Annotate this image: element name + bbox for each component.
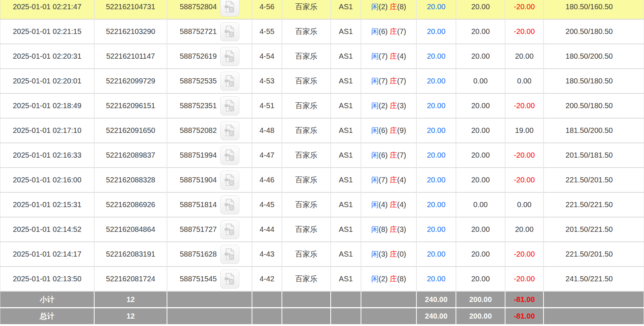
video-replay-button[interactable] bbox=[220, 245, 239, 264]
cell-balance: 180.50/200.50 bbox=[544, 44, 644, 69]
total-win-loss: -81.00 bbox=[505, 307, 544, 324]
cell-bet-amount: 20.00 bbox=[417, 168, 456, 193]
player-label: 闲 bbox=[371, 52, 379, 60]
banker-points: (7) bbox=[397, 151, 406, 159]
cell-balance: 180.50/160.50 bbox=[544, 0, 644, 20]
cell-win-loss: -20.00 bbox=[505, 242, 544, 267]
cell-round-id: 588751628 bbox=[167, 242, 252, 267]
cell-round-id: 588751904 bbox=[167, 168, 252, 193]
cell-win-loss: -20.00 bbox=[505, 143, 544, 168]
banker-label: 庄 bbox=[390, 151, 397, 159]
round-id-text: 588752082 bbox=[180, 126, 217, 135]
total-bet-amount: 240.00 bbox=[417, 307, 456, 324]
cell-empty bbox=[282, 292, 331, 307]
subtotal-win-loss: -81.00 bbox=[505, 292, 544, 307]
total-valid-amount: 200.00 bbox=[456, 307, 505, 324]
player-label: 闲 bbox=[371, 275, 379, 283]
cell-bet-id: 522162086926 bbox=[95, 193, 167, 217]
video-replay-button[interactable] bbox=[220, 146, 239, 165]
video-replay-button[interactable] bbox=[220, 47, 239, 66]
cell-round: 4-43 bbox=[252, 242, 282, 267]
video-replay-button[interactable] bbox=[220, 220, 239, 239]
player-label: 闲 bbox=[371, 102, 379, 110]
cell-time: 2025-01-01 02:20:01 bbox=[0, 69, 95, 94]
cell-time: 2025-01-01 02:18:49 bbox=[0, 94, 95, 119]
banker-label: 庄 bbox=[390, 250, 397, 258]
cell-table: AS1 bbox=[331, 168, 361, 193]
cell-win-loss: 19.00 bbox=[505, 119, 544, 143]
table-body: 2025-01-01 02:21:47522162104731588752804… bbox=[0, 0, 644, 292]
table-row: 2025-01-01 02:20:01522162099729588752535… bbox=[0, 69, 644, 94]
cell-empty bbox=[252, 307, 282, 324]
cell-result: 闲(7) 庄(4) bbox=[361, 168, 417, 193]
banker-points: (9) bbox=[397, 126, 406, 134]
player-points: (3) bbox=[379, 250, 390, 258]
video-file-icon bbox=[224, 149, 235, 161]
round-id-group: 588751727 bbox=[180, 220, 239, 239]
cell-empty bbox=[282, 307, 331, 324]
cell-time: 2025-01-01 02:16:00 bbox=[0, 168, 95, 193]
cell-win-loss: -20.00 bbox=[505, 0, 544, 20]
cell-result: 闲(6) 庄(7) bbox=[361, 20, 417, 44]
cell-time: 2025-01-01 02:14:52 bbox=[0, 217, 95, 242]
banker-label: 庄 bbox=[390, 225, 397, 233]
video-replay-button[interactable] bbox=[220, 96, 239, 116]
player-points: (6) bbox=[379, 126, 390, 134]
cell-valid-amount: 20.00 bbox=[456, 242, 505, 267]
player-points: (2) bbox=[379, 102, 390, 110]
player-label: 闲 bbox=[371, 27, 379, 35]
cell-result: 闲(8) 庄(3) bbox=[361, 217, 417, 242]
cell-bet-id: 522162088328 bbox=[95, 168, 167, 193]
subtotal-valid-amount: 200.00 bbox=[456, 292, 505, 307]
table-row: 2025-01-01 02:18:49522162096151588752351… bbox=[0, 94, 644, 119]
cell-empty bbox=[331, 292, 361, 307]
cell-result: 闲(6) 庄(9) bbox=[361, 119, 417, 143]
video-replay-button[interactable] bbox=[220, 22, 239, 41]
cell-bet-id: 522162101147 bbox=[95, 44, 167, 69]
cell-balance: 200.50/180.50 bbox=[544, 20, 644, 44]
cell-bet-id: 522162081724 bbox=[95, 267, 167, 292]
cell-balance: 201.50/181.50 bbox=[544, 143, 644, 168]
cell-balance: 200.50/180.50 bbox=[544, 94, 644, 119]
round-id-text: 588752535 bbox=[180, 77, 217, 85]
video-file-icon bbox=[224, 1, 235, 13]
cell-balance: 221.50/201.50 bbox=[544, 168, 644, 193]
cell-table: AS1 bbox=[331, 143, 361, 168]
video-replay-button[interactable] bbox=[220, 270, 239, 289]
cell-balance: 201.50/221.50 bbox=[544, 217, 644, 242]
player-points: (8) bbox=[379, 225, 390, 233]
cell-time: 2025-01-01 02:16:33 bbox=[0, 143, 95, 168]
cell-bet-amount: 20.00 bbox=[417, 69, 456, 94]
cell-valid-amount: 20.00 bbox=[456, 44, 505, 69]
cell-game: 百家乐 bbox=[282, 267, 331, 292]
cell-empty bbox=[361, 292, 417, 307]
round-id-text: 588751628 bbox=[180, 250, 217, 258]
cell-valid-amount: 20.00 bbox=[456, 0, 505, 20]
cell-valid-amount: 20.00 bbox=[456, 119, 505, 143]
subtotal-count: 12 bbox=[95, 292, 167, 307]
cell-valid-amount: 0.00 bbox=[456, 69, 505, 94]
video-replay-button[interactable] bbox=[220, 72, 239, 91]
banker-points: (7) bbox=[397, 27, 406, 35]
round-id-group: 588752351 bbox=[180, 96, 239, 116]
cell-empty bbox=[167, 307, 252, 324]
cell-round: 4-56 bbox=[252, 0, 282, 20]
bet-history-view: 2025-01-01 02:21:47522162104731588752804… bbox=[0, 0, 644, 326]
player-points: (2) bbox=[379, 275, 390, 283]
cell-result: 闲(4) 庄(4) bbox=[361, 193, 417, 217]
cell-table: AS1 bbox=[331, 0, 361, 20]
cell-time: 2025-01-01 02:15:31 bbox=[0, 193, 95, 217]
cell-round: 4-47 bbox=[252, 143, 282, 168]
cell-bet-id: 522162091650 bbox=[95, 119, 167, 143]
video-replay-button[interactable] bbox=[220, 0, 239, 17]
player-label: 闲 bbox=[371, 3, 379, 11]
cell-bet-amount: 20.00 bbox=[417, 242, 456, 267]
video-replay-button[interactable] bbox=[220, 121, 239, 140]
cell-round-id: 588751545 bbox=[167, 267, 252, 292]
banker-points: (7) bbox=[397, 77, 406, 85]
cell-game: 百家乐 bbox=[282, 0, 331, 20]
round-id-group: 588752535 bbox=[180, 72, 239, 91]
cell-bet-id: 522162084864 bbox=[95, 217, 167, 242]
video-replay-button[interactable] bbox=[220, 195, 239, 215]
video-replay-button[interactable] bbox=[220, 171, 239, 190]
